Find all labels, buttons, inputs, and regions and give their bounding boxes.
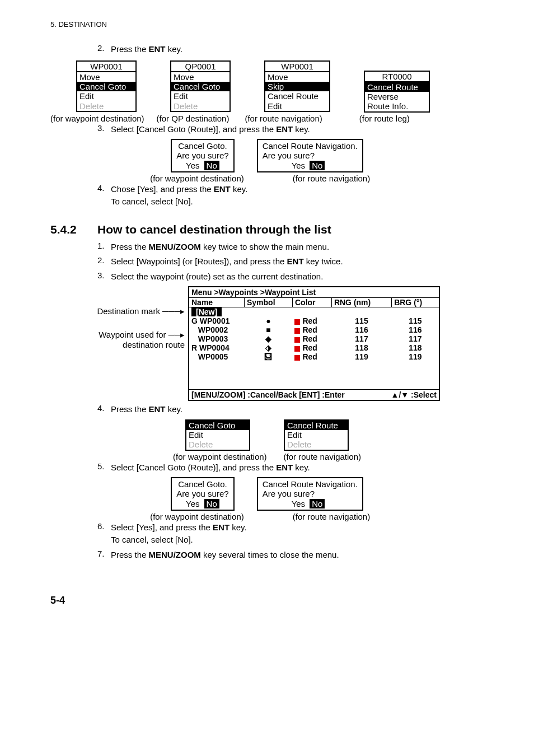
section-title-text: How to cancel destination through the li…: [97, 223, 331, 236]
breadcrumb: Menu >Waypoints >Waypoint List: [189, 287, 439, 298]
new-row[interactable]: [New]: [191, 307, 222, 316]
step-542-4: 4. Press the ENT key.: [97, 403, 484, 416]
col-brg: BRG (°): [392, 298, 439, 307]
menu-item[interactable]: Cancel Route: [265, 91, 329, 101]
menu-title: WP0001: [265, 62, 329, 72]
step-542-3: 3. Select the waypoint (route) set as th…: [97, 270, 484, 283]
yes-button[interactable]: Yes: [186, 161, 199, 170]
cell-symbol: ■: [245, 325, 293, 334]
step-text: Select [Yes], and press the: [111, 522, 213, 532]
menu-item[interactable]: Reverse: [365, 92, 429, 101]
dialog-text: Cancel Route Navigation.: [263, 141, 358, 151]
menu-item[interactable]: Edit: [285, 430, 348, 440]
col-symbol: Symbol: [245, 298, 293, 307]
menu-item[interactable]: Move: [77, 72, 135, 82]
cell-rng: 116: [331, 325, 391, 334]
menu-item-selected[interactable]: Cancel Route: [285, 421, 348, 430]
yes-button[interactable]: Yes: [186, 499, 199, 508]
figure-caption: (for waypoint destination): [144, 174, 250, 183]
cell-symbol: ●: [245, 316, 293, 325]
section-title-542: 5.4.2 How to cancel destination through …: [50, 223, 484, 236]
yes-button[interactable]: Yes: [292, 161, 305, 170]
page-number: 5-4: [50, 595, 484, 606]
table-row[interactable]: WP0003◆Red117117: [189, 334, 439, 343]
cell-symbol: ⛾: [245, 352, 293, 361]
cell-color: Red: [292, 325, 331, 334]
table-row[interactable]: WP0005⛾Red119119: [189, 352, 439, 361]
dialog-text: Cancel Goto.: [176, 479, 228, 489]
section-header: 5. DESTINATION: [50, 20, 484, 29]
no-button[interactable]: No: [204, 161, 219, 170]
dialog-cancel-route-2: Cancel Route Navigation. Are you sure? Y…: [257, 477, 363, 511]
no-button[interactable]: No: [310, 161, 325, 170]
step-2: 2. Press the ENT key.: [97, 43, 484, 56]
step-text: key.: [166, 404, 183, 414]
cell-name: G WP0001: [189, 316, 245, 325]
annotation-dest-mark: Destination mark: [97, 306, 160, 316]
key-name: ENT: [149, 404, 166, 414]
cell-name: WP0003: [189, 334, 245, 343]
cell-symbol: ◆: [245, 334, 293, 343]
dialog-text: Are you sure?: [263, 489, 358, 498]
menu-item[interactable]: Edit: [77, 91, 135, 101]
menu-wp-dest: WP0001 Move Cancel Goto Edit Delete: [76, 60, 137, 112]
table-row[interactable]: WP0002■Red116116: [189, 325, 439, 334]
cell-color: Red: [292, 334, 331, 343]
menu-title: RT0000: [365, 72, 429, 82]
table-row[interactable]: R WP0004⬗Red118118: [189, 343, 439, 352]
step-text: Select the waypoint (route) set as the c…: [111, 272, 323, 281]
key-name: ENT: [149, 44, 166, 54]
figure-caption: (for waypoint destination): [144, 512, 250, 521]
figure-caption: (for route navigation): [284, 452, 361, 461]
menu-item-selected[interactable]: Skip: [265, 82, 329, 91]
menu-item[interactable]: Route Info.: [365, 101, 429, 111]
menu-wp-dest-2: Cancel Goto Edit Delete: [185, 419, 250, 451]
step-num: 3.: [97, 123, 111, 136]
cell-brg: 119: [392, 352, 439, 361]
dialog-text: Are you sure?: [176, 489, 228, 498]
table-row-new[interactable]: [New]: [189, 307, 439, 317]
menu-item-selected[interactable]: Cancel Goto: [77, 82, 135, 91]
menu-item[interactable]: Move: [171, 72, 229, 82]
step-num: 7.: [97, 549, 111, 562]
step-542-5: 5. Select [Cancel Goto (Route)], and pre…: [97, 461, 484, 474]
table-row[interactable]: G WP0001●Red115115: [189, 316, 439, 325]
col-name: Name: [189, 298, 245, 307]
menu-item-selected[interactable]: Cancel Goto: [171, 82, 229, 91]
menu-item-selected[interactable]: Cancel Goto: [186, 421, 249, 430]
col-rng: RNG (nm): [331, 298, 391, 307]
no-button[interactable]: No: [204, 499, 219, 508]
menu-item[interactable]: Edit: [171, 91, 229, 101]
menu-item-disabled: Delete: [171, 101, 229, 111]
cell-symbol: ⬗: [245, 343, 293, 352]
step-text: key.: [231, 184, 248, 194]
step-num: 5.: [97, 461, 111, 474]
step-542-1: 1. Press the MENU/ZOOM key twice to show…: [97, 241, 484, 254]
no-button[interactable]: No: [310, 499, 325, 508]
menu-title: QP0001: [171, 62, 229, 72]
menu-title: WP0001: [77, 62, 135, 72]
cell-rng: 117: [331, 334, 391, 343]
step-text: Press the: [111, 242, 149, 251]
menu-item[interactable]: Edit: [265, 101, 329, 111]
step-num: 6.: [97, 521, 111, 547]
step-3: 3. Select [Cancel Goto (Route)], and pre…: [97, 123, 484, 136]
step-text: Select [Cancel Goto (Route)], and press …: [111, 463, 276, 472]
step-text: Chose [Yes], and press the: [111, 184, 214, 194]
menu-item-disabled: Delete: [77, 101, 135, 111]
yes-button[interactable]: Yes: [292, 499, 305, 508]
menu-item[interactable]: Edit: [186, 430, 249, 440]
key-name: ENT: [276, 463, 293, 472]
figure-caption: (for route navigation): [273, 174, 390, 183]
cell-name: WP0005: [189, 352, 245, 361]
figure-caption: (for waypoint destination): [50, 114, 144, 123]
step-num: 4.: [97, 183, 111, 208]
step-542-7: 7. Press the MENU/ZOOM key several times…: [97, 549, 484, 562]
step-text: Press the: [111, 550, 149, 559]
annotation-wp-route: Waypoint used for: [99, 330, 166, 339]
step-4: 4. Chose [Yes], and press the ENT key. T…: [97, 183, 484, 208]
footer-left: [MENU/ZOOM] :Cancel/Back [ENT] :Enter: [191, 390, 345, 399]
menu-item[interactable]: Move: [265, 72, 329, 82]
key-name: ENT: [213, 522, 229, 532]
menu-item-selected[interactable]: Cancel Route: [365, 82, 429, 92]
